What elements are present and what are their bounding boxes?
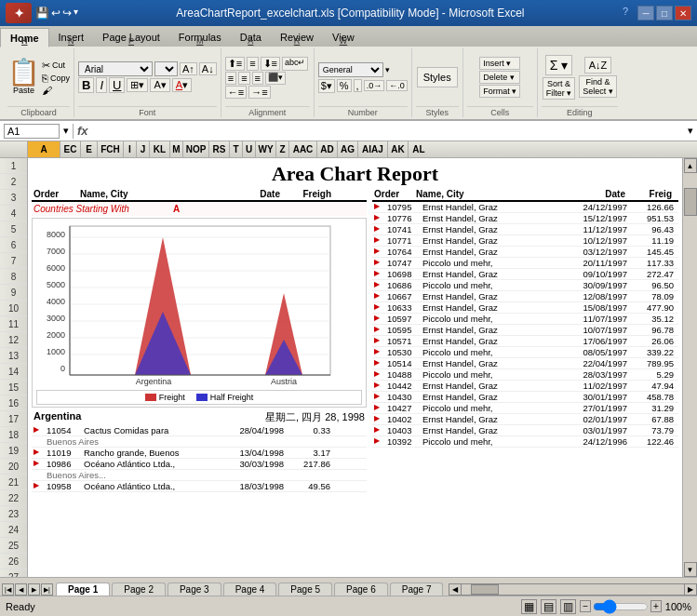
zoom-out-btn[interactable]: − bbox=[580, 600, 591, 612]
underline-btn[interactable]: U bbox=[109, 77, 125, 93]
number-format-select[interactable]: General bbox=[318, 62, 383, 77]
delete-cells-btn[interactable]: Delete ▾ bbox=[479, 71, 520, 84]
insert-cells-btn[interactable]: Insert ▾ bbox=[479, 57, 520, 70]
col-header-T[interactable]: T bbox=[230, 141, 243, 157]
view-page-break-btn[interactable]: ▥ bbox=[560, 599, 576, 614]
col-header-EC[interactable]: EC bbox=[60, 141, 81, 157]
maximize-btn[interactable]: □ bbox=[656, 6, 673, 20]
sheet-tab-page5[interactable]: Page 5 bbox=[278, 583, 332, 596]
col-header-KL[interactable]: KL bbox=[150, 141, 170, 157]
sheet-tab-page4[interactable]: Page 4 bbox=[223, 583, 277, 596]
sheet-tab-page7[interactable]: Page 7 bbox=[390, 583, 444, 596]
comma-btn[interactable]: , bbox=[354, 79, 362, 92]
vertical-scrollbar[interactable]: ▲ ▼ bbox=[682, 158, 697, 577]
sheet-nav-next[interactable]: ▶ bbox=[28, 583, 40, 596]
tab-formulas[interactable]: FormulasM bbox=[169, 28, 231, 47]
horizontal-scrollbar[interactable]: ◀ ▶ bbox=[449, 583, 697, 596]
decrease-font-btn[interactable]: A↓ bbox=[199, 62, 217, 75]
col-header-AL[interactable]: AL bbox=[409, 141, 429, 157]
border-btn[interactable]: ⊞▾ bbox=[127, 78, 148, 92]
h-scrollbar-thumb[interactable] bbox=[471, 584, 499, 595]
view-page-layout-btn[interactable]: ▤ bbox=[541, 599, 556, 614]
scroll-left-btn[interactable]: ◀ bbox=[449, 583, 462, 596]
quick-access-redo[interactable]: ↪ bbox=[62, 7, 72, 20]
fill-btn[interactable]: A↓Z bbox=[584, 57, 612, 74]
col-header-E[interactable]: E bbox=[81, 141, 98, 157]
formula-expand-right[interactable]: ▾ bbox=[688, 125, 693, 137]
styles-button[interactable]: Styles bbox=[417, 67, 458, 87]
col-header-Z[interactable]: Z bbox=[276, 141, 289, 157]
scroll-up-btn[interactable]: ▲ bbox=[684, 158, 697, 173]
align-top-btn[interactable]: ⬆≡ bbox=[225, 57, 245, 71]
number-format-expand[interactable]: ▾ bbox=[385, 65, 390, 74]
currency-btn[interactable]: $▾ bbox=[318, 79, 335, 93]
scroll-down-btn[interactable]: ▼ bbox=[684, 562, 697, 577]
format-painter-button[interactable]: 🖌 bbox=[42, 85, 70, 96]
increase-font-btn[interactable]: A↑ bbox=[180, 62, 197, 75]
col-header-FCH[interactable]: FCH bbox=[98, 141, 124, 157]
tab-data[interactable]: DataA bbox=[231, 28, 271, 47]
increase-decimal-btn[interactable]: .0→ bbox=[364, 80, 385, 91]
quick-access-save[interactable]: 💾 bbox=[35, 7, 49, 20]
paste-button[interactable]: 📋 Paste bbox=[7, 60, 40, 95]
col-header-J[interactable]: J bbox=[137, 141, 150, 157]
percent-btn[interactable]: % bbox=[337, 79, 352, 92]
sheet-nav-last[interactable]: ▶| bbox=[41, 583, 53, 596]
office-button[interactable]: ✦ bbox=[6, 3, 32, 23]
scroll-right-btn[interactable]: ▶ bbox=[684, 583, 697, 596]
sheet-nav-prev[interactable]: ◀ bbox=[15, 583, 27, 596]
font-name-select[interactable]: Arial bbox=[78, 61, 153, 76]
align-left-btn[interactable]: ≡ bbox=[225, 72, 236, 85]
sheet-tab-page1[interactable]: Page 1 bbox=[56, 583, 110, 596]
align-center-btn[interactable]: ≡ bbox=[238, 72, 249, 85]
scrollbar-thumb[interactable] bbox=[684, 188, 697, 216]
tab-view[interactable]: ViewW bbox=[323, 28, 364, 47]
tab-review[interactable]: ReviewR bbox=[271, 28, 323, 47]
format-cells-btn[interactable]: Format ▾ bbox=[479, 85, 520, 98]
copy-button[interactable]: ⎘ Copy bbox=[42, 73, 70, 84]
tab-insert[interactable]: InsertN bbox=[49, 28, 94, 47]
tab-home[interactable]: HomeH bbox=[0, 28, 49, 47]
col-header-AK[interactable]: AK bbox=[388, 141, 409, 157]
formula-input[interactable] bbox=[100, 126, 684, 137]
cell-reference-box[interactable] bbox=[4, 124, 60, 139]
view-normal-btn[interactable]: ▦ bbox=[521, 599, 537, 614]
zoom-slider[interactable] bbox=[593, 601, 649, 612]
col-header-AIAJ[interactable]: AIAJ bbox=[358, 141, 388, 157]
sheet-tab-page6[interactable]: Page 6 bbox=[334, 583, 388, 596]
quick-access-undo[interactable]: ↩ bbox=[51, 7, 60, 20]
col-header-NOP[interactable]: NOP bbox=[183, 141, 209, 157]
align-middle-btn[interactable]: ≡ bbox=[247, 57, 258, 71]
italic-btn[interactable]: I bbox=[96, 77, 107, 93]
wrap-text-btn[interactable]: abc↵ bbox=[282, 57, 309, 71]
merge-btn[interactable]: ⬛▾ bbox=[265, 72, 286, 85]
fill-color-btn[interactable]: A▾ bbox=[150, 78, 169, 92]
col-header-M[interactable]: M bbox=[170, 141, 183, 157]
bold-btn[interactable]: B bbox=[78, 77, 94, 93]
decrease-indent-btn[interactable]: ←≡ bbox=[225, 86, 247, 99]
formula-expand-icon[interactable]: ▾ bbox=[63, 125, 69, 137]
col-header-A[interactable]: A bbox=[28, 141, 60, 157]
sheet-tab-page3[interactable]: Page 3 bbox=[168, 583, 221, 596]
minimize-btn[interactable]: ─ bbox=[637, 6, 654, 20]
col-header-I[interactable]: I bbox=[124, 141, 137, 157]
cut-button[interactable]: ✂ Cut bbox=[42, 60, 70, 72]
autosum-btn[interactable]: Σ ▾ bbox=[545, 55, 573, 75]
col-header-AAC[interactable]: AAC bbox=[289, 141, 317, 157]
zoom-in-btn[interactable]: + bbox=[650, 600, 662, 612]
font-color-btn[interactable]: A▾ bbox=[172, 78, 192, 92]
col-header-AD[interactable]: AD bbox=[317, 141, 338, 157]
close-btn[interactable]: ✕ bbox=[675, 6, 691, 20]
col-header-RS[interactable]: RS bbox=[209, 141, 230, 157]
font-size-select[interactable]: 8 bbox=[154, 61, 178, 76]
zoom-slider-container[interactable]: − + bbox=[580, 600, 662, 612]
col-header-WY[interactable]: WY bbox=[256, 141, 276, 157]
find-select-btn[interactable]: Find &Select ▾ bbox=[579, 75, 617, 98]
decrease-decimal-btn[interactable]: ←.0 bbox=[386, 80, 408, 91]
help-btn[interactable]: ? bbox=[623, 6, 628, 20]
sort-filter-btn[interactable]: Sort &Filter ▾ bbox=[543, 77, 576, 100]
increase-indent-btn[interactable]: →≡ bbox=[248, 86, 270, 99]
col-header-U[interactable]: U bbox=[243, 141, 256, 157]
tab-page-layout[interactable]: Page LayoutP bbox=[93, 28, 169, 47]
col-header-AG[interactable]: AG bbox=[338, 141, 358, 157]
